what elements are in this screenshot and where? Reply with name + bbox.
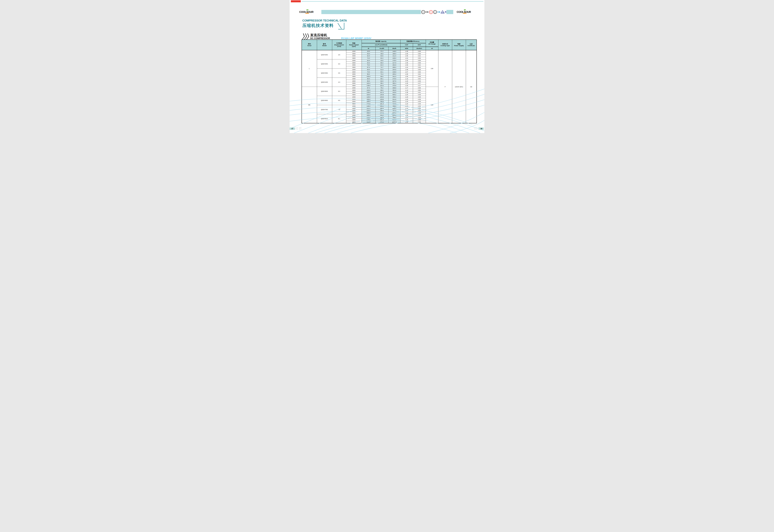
cell-kcal: 219.4 bbox=[375, 112, 389, 114]
header-cooling-type: 冷却方式Cooling Type bbox=[438, 40, 452, 50]
cell-btu: 146.0 bbox=[389, 50, 400, 52]
cell-kcal: 112.3 bbox=[375, 91, 389, 94]
cell-w: 86.0 bbox=[361, 73, 375, 75]
cell-btu: 615.0 bbox=[389, 114, 400, 116]
header-model: 型号Model bbox=[317, 40, 332, 50]
cell-btu: 752.0 bbox=[389, 110, 400, 112]
cell-cop: 1.15 bbox=[400, 78, 413, 80]
ccc-icon: CCC bbox=[422, 10, 425, 14]
cell-eer: 4.09 bbox=[413, 98, 426, 100]
cell-rpm: 2500 bbox=[346, 116, 361, 119]
cell-cop: 1.20 bbox=[400, 98, 413, 100]
cell-eer: 3.99 bbox=[413, 87, 426, 89]
cell-btu: 293.2 bbox=[389, 73, 400, 75]
cell-btu: 217.0 bbox=[389, 62, 400, 64]
header-unit-ww: W/W bbox=[400, 47, 413, 50]
cell-kcal: 156.0 bbox=[375, 107, 389, 110]
cell-cop: 1.20 bbox=[400, 93, 413, 96]
cell-eer: 4.09 bbox=[413, 107, 426, 110]
cell-w: 52.0 bbox=[361, 59, 375, 62]
cell-cop: 1.20 bbox=[400, 107, 413, 110]
cell-cop: 1.25 bbox=[400, 82, 413, 84]
cell-kcal: 45.8 bbox=[375, 52, 389, 55]
corner-red-mark bbox=[291, 0, 301, 2]
cell-cop: 1.05 bbox=[400, 62, 413, 64]
cell-btu: 409.4 bbox=[389, 96, 400, 98]
cell-model: QDZH91G bbox=[317, 114, 332, 123]
cell-eer: 3.62 bbox=[413, 64, 426, 66]
cell-btu: 443.6 bbox=[389, 91, 400, 94]
cell-kcal: 188.5 bbox=[375, 110, 389, 112]
cell-rpm: 2000 bbox=[346, 68, 361, 71]
cell-rpm: 2500 bbox=[346, 80, 361, 82]
cell-cop: 1.06 bbox=[400, 73, 413, 75]
cell-serial: MK bbox=[302, 87, 317, 123]
cell-eer: 4.09 bbox=[413, 121, 426, 123]
cell-eer: 4.61 bbox=[413, 91, 426, 94]
leaf-icon bbox=[306, 9, 309, 11]
header-unit-kcal: Kcal/h bbox=[375, 47, 389, 50]
cell-cooling-type: F bbox=[438, 50, 452, 123]
cell-kcal: 75.2 bbox=[375, 87, 389, 89]
cell-rpm: 3500 bbox=[346, 93, 361, 96]
cell-btu: 327.6 bbox=[389, 80, 400, 82]
coolsour-logo-right: COOLSOUR bbox=[457, 10, 475, 14]
chevrons-icon bbox=[302, 33, 310, 40]
cell-eer: 3.58 bbox=[413, 52, 426, 55]
cell-cop: 1.20 bbox=[400, 121, 413, 123]
header-teal-bar bbox=[321, 10, 421, 14]
section-title-cn: 直流压缩机 bbox=[310, 33, 327, 37]
cell-eer: 3.55 bbox=[413, 66, 426, 68]
cell-displacement: 7.5 bbox=[332, 105, 346, 114]
header-unit-w: W bbox=[361, 47, 375, 50]
cell-cop: 1.07 bbox=[400, 71, 413, 73]
cell-rpm: 2000 bbox=[346, 59, 361, 62]
cell-btu: 354.8 bbox=[389, 89, 400, 91]
cell-w: 150.0 bbox=[361, 98, 375, 100]
header-ashrae: -23.3℃ (ASHRAE) bbox=[361, 43, 400, 47]
cell-w: 80.0 bbox=[361, 78, 375, 80]
header-unit-ml: ml bbox=[426, 47, 438, 50]
cell-eer: 3.68 bbox=[413, 68, 426, 71]
logo-swoosh bbox=[462, 13, 467, 14]
cell-eer: 4.09 bbox=[413, 114, 426, 116]
cell-eer: 3.58 bbox=[413, 75, 426, 78]
cell-w: 62.0 bbox=[361, 55, 375, 57]
header-oil-charge: 注油量Oil charge bbox=[426, 40, 438, 47]
cell-btu: 556.2 bbox=[389, 93, 400, 96]
cell-btu: 248.9 bbox=[389, 71, 400, 73]
cell-cop: 1.20 bbox=[400, 100, 413, 103]
cell-btu: 341.0 bbox=[389, 75, 400, 78]
cell-w: 130.0 bbox=[361, 91, 375, 94]
cell-btu: 875.0 bbox=[389, 112, 400, 114]
cell-rpm: 3500 bbox=[346, 103, 361, 105]
cell-rpm: 2500 bbox=[346, 98, 361, 100]
header-serial: 系列Serial bbox=[302, 40, 317, 50]
page-title-en: COMPRESSOR TECHNICAL DATA bbox=[302, 19, 347, 22]
cell-eer: 3.92 bbox=[413, 78, 426, 80]
coolsour-logo-left: COOLSOUR bbox=[299, 10, 318, 14]
cell-cop: 1.05 bbox=[400, 75, 413, 78]
header-unit-btu: Btu/h bbox=[389, 47, 400, 50]
cell-btu: 499.0 bbox=[389, 105, 400, 107]
cell-cop: 1.17 bbox=[400, 87, 413, 89]
cell-rpm: 3000 bbox=[346, 100, 361, 103]
cell-btu: 245.0 bbox=[389, 57, 400, 59]
cell-btu: 204.6 bbox=[389, 68, 400, 71]
cell-w: 315.0 bbox=[361, 121, 375, 123]
cell-kcal: 155.5 bbox=[375, 100, 389, 103]
page-title-cn: 压缩机技术资料 bbox=[302, 23, 334, 28]
header-power-supply: 电源Power Supply bbox=[452, 40, 466, 50]
cell-model: QDZH50G bbox=[317, 87, 332, 96]
cell-kcal: 74.7 bbox=[375, 66, 389, 68]
cell-displacement: 4.3 bbox=[332, 78, 346, 87]
cell-cop: 1.04 bbox=[400, 57, 413, 59]
ce-icon: CE bbox=[426, 11, 429, 13]
cell-rpm: 3500 bbox=[346, 112, 361, 114]
cell-kcal: 125.0 bbox=[375, 105, 389, 107]
cell-eer: 3.68 bbox=[413, 50, 426, 52]
cell-kcal: 89.9 bbox=[375, 89, 389, 91]
cell-cop: 1.04 bbox=[400, 66, 413, 68]
cell-rpm: 3000 bbox=[346, 73, 361, 75]
header-eer: EER bbox=[413, 43, 426, 47]
